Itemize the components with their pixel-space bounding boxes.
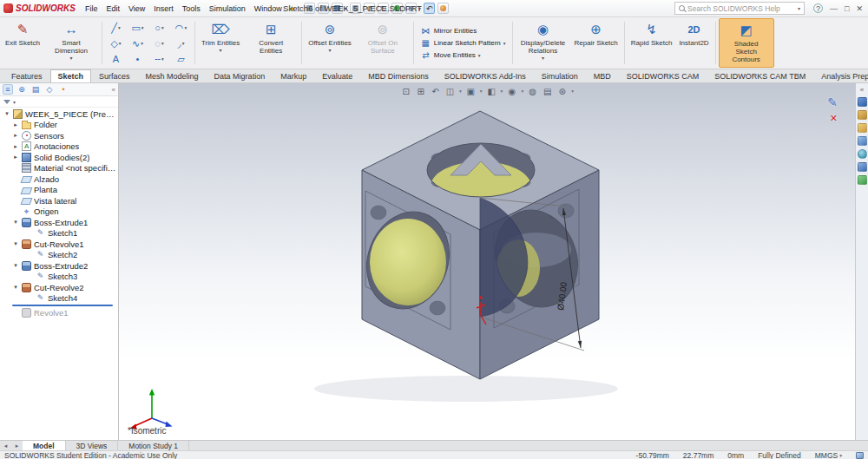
display-style-caret-icon[interactable]: ▾ bbox=[501, 89, 503, 94]
solidworks-logo[interactable]: SOLIDWORKS bbox=[3, 3, 76, 13]
expand-arrow-icon[interactable] bbox=[12, 240, 19, 247]
tool-text[interactable]: A bbox=[105, 51, 127, 67]
tab-markup[interactable]: Markup bbox=[273, 69, 314, 82]
smart-dimension-button[interactable]: ↔ Smart Dimension ▾ bbox=[43, 18, 99, 68]
tab-solidworks-cam-tbm[interactable]: SOLIDWORKS CAM TBM bbox=[707, 69, 813, 82]
move-entities-button[interactable]: ⇄ Move Entities ▾ bbox=[417, 49, 510, 61]
units-selector[interactable]: MMGS ▾ bbox=[815, 451, 842, 459]
propertymanager-tab[interactable]: ⊛ bbox=[16, 84, 27, 95]
section-caret-icon[interactable]: ▾ bbox=[459, 89, 462, 94]
offset-entities-button[interactable]: ⊚ Offset Entities ▾ bbox=[305, 18, 355, 68]
menu-item-window[interactable]: Window bbox=[250, 3, 286, 15]
expand-arrow-icon[interactable] bbox=[12, 143, 19, 150]
tree-item-material[interactable]: Material <not specified> bbox=[0, 163, 118, 174]
convert-entities-button[interactable]: ⊞ Convert Entities bbox=[243, 18, 299, 68]
view-orientation-caret-icon[interactable]: ▾ bbox=[480, 89, 483, 94]
expand-arrow-icon[interactable] bbox=[12, 154, 19, 161]
tree-item-boss-extrude1[interactable]: Boss-Extrude1 bbox=[0, 217, 118, 228]
panel-collapse-icon[interactable]: « bbox=[112, 86, 115, 94]
previous-view-button[interactable]: ↶ bbox=[429, 85, 442, 97]
tab-scroll-right-icon[interactable]: ▸ bbox=[11, 441, 23, 450]
tree-item-cut-revolve2[interactable]: Cut-Revolve2 bbox=[0, 282, 118, 293]
appearance-ball-icon[interactable] bbox=[437, 3, 449, 14]
menu-item-edit[interactable]: Edit bbox=[102, 3, 124, 15]
window-minimize-icon[interactable]: — bbox=[830, 4, 838, 13]
solidworks-resources-icon[interactable] bbox=[858, 97, 867, 107]
tool-rectangle[interactable]: ▭▾ bbox=[127, 20, 148, 36]
rollback-bar[interactable] bbox=[12, 305, 113, 306]
menu-item-view[interactable]: View bbox=[124, 3, 149, 15]
view-settings-button[interactable]: ⊛ bbox=[556, 85, 569, 97]
tool-construction-line[interactable]: ╌▾ bbox=[148, 51, 170, 67]
tree-item-cut-revolve1[interactable]: Cut-Revolve1 bbox=[0, 239, 118, 250]
search-scope-caret-icon[interactable]: ▾ bbox=[798, 5, 800, 11]
search-input[interactable] bbox=[687, 4, 795, 13]
tool-fillet[interactable]: ◞▾ bbox=[170, 36, 192, 51]
expand-arrow-icon[interactable] bbox=[12, 262, 19, 269]
tool-arc[interactable]: ◠▾ bbox=[170, 20, 192, 36]
shaded-sketch-contours-button[interactable]: ◩ Shaded Sketch Contours bbox=[719, 18, 774, 68]
instant2d-button[interactable]: 2D Instant2D bbox=[675, 18, 712, 68]
tab-sketch[interactable]: Sketch bbox=[50, 69, 92, 82]
model-canvas[interactable]: Ø40.00 bbox=[119, 83, 855, 440]
display-style-button[interactable]: ◧ bbox=[485, 85, 498, 97]
linear-sketch-pattern-button[interactable]: ▦ Linear Sketch Pattern ▾ bbox=[417, 37, 510, 49]
filter-caret-icon[interactable]: ▾ bbox=[13, 99, 16, 105]
hide-show-items-button[interactable]: ◉ bbox=[505, 85, 518, 97]
window-maximize-icon[interactable]: □ bbox=[845, 4, 849, 13]
tree-item-part[interactable]: WEEK_5_PIECE (Predeterminado) bbox=[0, 108, 118, 120]
section-view-button[interactable]: ◫ bbox=[444, 85, 457, 97]
tree-item-front-plane[interactable]: Alzado bbox=[0, 174, 118, 185]
tree-item-sketch4[interactable]: Sketch4 bbox=[0, 293, 118, 305]
appearances-scenes-icon[interactable] bbox=[858, 149, 867, 159]
tool-plane[interactable]: ▱ bbox=[170, 51, 192, 67]
tab-data-migration[interactable]: Data Migration bbox=[207, 69, 273, 82]
tab-model[interactable]: Model bbox=[23, 441, 66, 450]
solidworks-forum-icon[interactable] bbox=[858, 175, 867, 185]
help-icon[interactable]: ? bbox=[813, 3, 823, 13]
tree-item-folder[interactable]: Folder bbox=[0, 120, 118, 131]
tool-circle[interactable]: ○▾ bbox=[148, 20, 170, 36]
tree-item-revolve1[interactable]: Revolve1 bbox=[0, 307, 118, 318]
view-settings-caret-icon[interactable]: ▾ bbox=[571, 89, 574, 94]
view-orientation-button[interactable]: ▣ bbox=[464, 85, 477, 97]
display-delete-relations-button[interactable]: ◉ Display/Delete Relations ▾ bbox=[516, 18, 571, 68]
tree-item-sensors[interactable]: Sensors bbox=[0, 130, 118, 141]
tree-item-top-plane[interactable]: Planta bbox=[0, 185, 118, 196]
tab-scroll-left-icon[interactable]: ◂ bbox=[0, 441, 11, 450]
trim-entities-button[interactable]: ⌦ Trim Entities ▾ bbox=[198, 18, 243, 68]
zoom-to-area-button[interactable]: ⊞ bbox=[414, 85, 427, 97]
tab-mbd[interactable]: MBD bbox=[586, 69, 619, 82]
menu-item-file[interactable]: File bbox=[81, 3, 102, 15]
expand-arrow-icon[interactable] bbox=[12, 132, 19, 139]
expand-arrow-icon[interactable] bbox=[12, 284, 19, 291]
hide-show-caret-icon[interactable]: ▾ bbox=[521, 89, 523, 94]
tree-item-boss-extrude2[interactable]: Boss-Extrude2 bbox=[0, 260, 118, 272]
tool-line[interactable]: ╱▾ bbox=[105, 20, 127, 36]
tab-solidworks-add-ins[interactable]: SOLIDWORKS Add-Ins bbox=[437, 69, 534, 82]
configurationmanager-tab[interactable]: ▤ bbox=[30, 84, 41, 95]
tree-item-annotations[interactable]: Anotaciones bbox=[0, 141, 118, 153]
zoom-to-fit-button[interactable]: ⊡ bbox=[399, 85, 412, 97]
tab-surfaces[interactable]: Surfaces bbox=[91, 69, 138, 82]
cancel-sketch-icon[interactable]: ✕ bbox=[830, 113, 838, 124]
expand-arrow-icon[interactable] bbox=[12, 219, 19, 226]
expand-arrow-icon[interactable] bbox=[12, 121, 19, 128]
design-library-icon[interactable] bbox=[858, 110, 867, 120]
tab-mesh-modeling[interactable]: Mesh Modeling bbox=[138, 69, 207, 82]
tab-mbd-dimensions[interactable]: MBD Dimensions bbox=[360, 69, 437, 82]
editing-indicator-icon[interactable] bbox=[856, 452, 864, 459]
tree-item-solid-bodies[interactable]: Solid Bodies(2) bbox=[0, 152, 118, 163]
dimxpertmanager-tab[interactable]: ◇ bbox=[44, 84, 55, 95]
tool-polygon[interactable]: ◇▾ bbox=[105, 36, 127, 51]
tab-features[interactable]: Features bbox=[3, 69, 50, 82]
repair-sketch-button[interactable]: ⊕ Repair Sketch bbox=[571, 18, 621, 68]
tool-spline[interactable]: ∿▾ bbox=[127, 36, 148, 51]
tree-item-sketch3[interactable]: Sketch3 bbox=[0, 272, 118, 283]
tree-item-sketch2[interactable]: Sketch2 bbox=[0, 250, 118, 261]
tree-item-origin[interactable]: Origen bbox=[0, 207, 118, 218]
confirm-exit-sketch-icon[interactable]: ✎ bbox=[827, 95, 838, 109]
tab-analysis-preparation[interactable]: Analysis Preparation bbox=[813, 69, 868, 82]
tree-item-sketch1[interactable]: Sketch1 bbox=[0, 228, 118, 239]
select-cursor-icon[interactable]: ↶ bbox=[424, 3, 435, 14]
